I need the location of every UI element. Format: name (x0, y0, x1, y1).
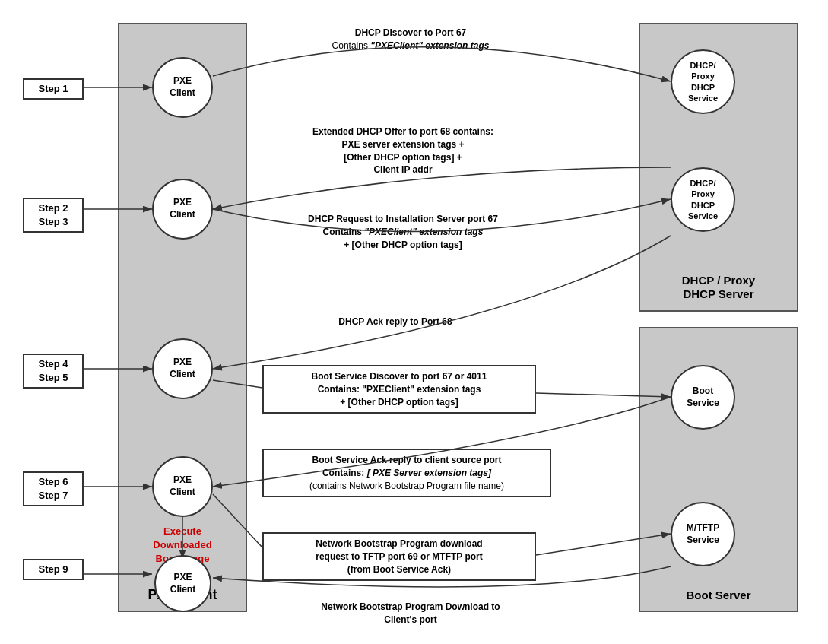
mtftp-circle: M/TFTP Service (671, 502, 735, 566)
boot-panel-label: Boot Server (640, 588, 797, 601)
step-23-box: Step 2 Step 3 (23, 198, 84, 233)
dhcp-circle-2: DHCP/ Proxy DHCP Service (671, 167, 735, 232)
pxe-circle-5: PXE Client (154, 555, 211, 612)
msg-nbp-download: Network Bootstrap Program download reque… (262, 532, 536, 581)
diagram: PXE Client DHCP / Proxy DHCP Server Boot… (0, 0, 828, 644)
msg-boot-ack: Boot Service Ack reply to client source … (262, 449, 551, 497)
msg-dhcp-ack: DHCP Ack reply to Port 68 (281, 316, 509, 328)
msg-dhcp-request: DHCP Request to Installation Server port… (259, 213, 547, 251)
dhcp-circle-1: DHCP/ Proxy DHCP Service (671, 49, 735, 114)
msg-dhcp-discover: DHCP Discover to Port 67 Contains "PXECl… (281, 27, 540, 52)
boot-service-circle: Boot Service (671, 365, 735, 430)
pxe-circle-4: PXE Client (152, 456, 213, 517)
pxe-circle-2: PXE Client (152, 179, 213, 240)
step-1-box: Step 1 (23, 78, 84, 100)
pxe-circle-1: PXE Client (152, 57, 213, 118)
dhcp-panel-label: DHCP / Proxy DHCP Server (640, 274, 797, 301)
step-45-box: Step 4 Step 5 (23, 354, 84, 389)
pxe-circle-3: PXE Client (152, 338, 213, 399)
step-67-box: Step 6 Step 7 (23, 471, 84, 506)
msg-nbp-to-client: Network Bootstrap Program Download to Cl… (281, 601, 540, 627)
step-9-box: Step 9 (23, 559, 84, 580)
msg-boot-discover: Boot Service Discover to port 67 or 4011… (262, 365, 536, 414)
msg-dhcp-offer: Extended DHCP Offer to port 68 contains:… (259, 125, 547, 176)
